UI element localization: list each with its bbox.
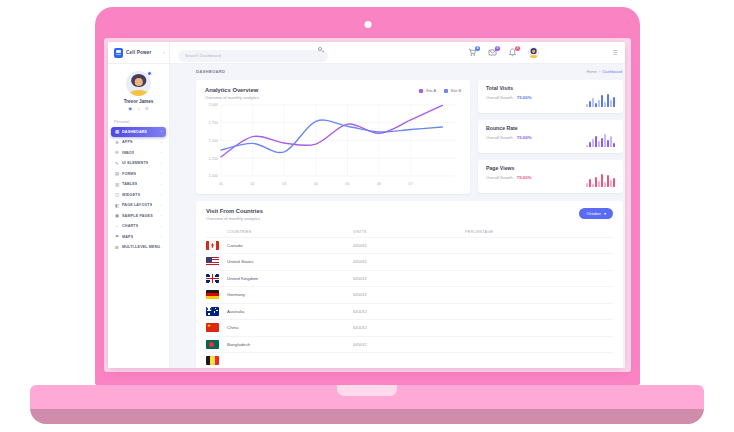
stats-column: Total Visits Overall Growth 75.00% [478, 80, 623, 194]
stat-title: Bounce Rate [486, 125, 615, 131]
sidebar-item-ui-elements[interactable]: ✎UI Elements› [111, 159, 166, 169]
menu-icon: ☰ [115, 245, 122, 250]
svg-text:2,000: 2,000 [208, 103, 218, 107]
visits-value: 645032 [353, 292, 465, 297]
svg-text:1,000: 1,000 [208, 174, 218, 178]
svg-text:05: 05 [345, 182, 349, 186]
visits-value: 645032 [353, 309, 465, 314]
chevron-right-icon: › [161, 140, 162, 145]
line-chart: 2,0001,7501,5001,2501,00001020304050607 [205, 102, 461, 188]
growth-value: 75.00% [517, 95, 532, 100]
svg-text:04: 04 [314, 182, 318, 186]
sidebar-item-widgets[interactable]: ◫Widgets› [111, 190, 166, 200]
sidebar-toggle-icon[interactable]: ‹ [163, 50, 165, 55]
analytics-overview-card: Analytics Overview Overview of monthly a… [196, 80, 470, 194]
mail-icon[interactable]: 0 [488, 48, 497, 57]
webcam-dot [364, 21, 371, 28]
table-row: Canada645032 [206, 237, 613, 254]
grid-icon: ▦ [115, 129, 122, 134]
countries-table: Countries Visits Percentage Canada645032… [206, 227, 613, 369]
profile-home-icon[interactable]: ⌂ [137, 106, 140, 111]
mini-bar-chart [586, 92, 615, 107]
mini-bar-chart [586, 132, 615, 147]
sidebar-item-tables[interactable]: ▥Tables› [111, 180, 166, 190]
flag-au-icon [206, 307, 219, 316]
profile-status-icon[interactable]: ◉ [128, 106, 132, 111]
period-dropdown-button[interactable]: October ▾ [579, 208, 613, 219]
map-pin-icon: ⚑ [115, 234, 122, 239]
profile-name: Trevor James [108, 99, 169, 104]
svg-text:07: 07 [409, 182, 413, 186]
svg-text:01: 01 [219, 182, 223, 186]
visits-value: 645032 [353, 325, 465, 330]
sidebar-item-maps[interactable]: ⚑Maps› [111, 232, 166, 242]
flag-us-icon [206, 257, 219, 266]
chevron-right-icon: › [161, 161, 162, 166]
svg-text:1,750: 1,750 [208, 121, 218, 125]
table-row: Australia645032 [206, 303, 613, 320]
breadcrumb: Dashboard Home › Dashboard [170, 64, 625, 79]
breadcrumb-current[interactable]: Dashboard [602, 69, 622, 74]
table-row: United States645032 [206, 253, 613, 270]
sidebar-item-apps[interactable]: ⚙Apps› [111, 138, 166, 148]
page-views-card: Page Views Overall Growth 75.00% [478, 160, 623, 193]
topbar: Cell Power ‹ 4 0 [108, 42, 625, 64]
hamburger-menu-icon[interactable]: ☰ [613, 50, 618, 56]
chevron-right-icon: › [161, 245, 162, 250]
sidebar-item-sample-pages[interactable]: ▣Sample Pages› [111, 211, 166, 221]
country-name: United Kingdom [227, 276, 258, 281]
legend-site-b[interactable]: Site B [444, 88, 461, 93]
page-title: Dashboard [196, 69, 225, 74]
layout-icon: ◧ [115, 203, 122, 208]
widget-icon: ◫ [115, 192, 122, 197]
dashboard-app: Cell Power ‹ 4 0 [108, 42, 625, 368]
sidebar-item-page-layouts[interactable]: ◧Page Layouts› [111, 201, 166, 211]
bell-icon[interactable]: 3 [508, 48, 517, 57]
mail-badge: 0 [495, 46, 500, 51]
search-icon[interactable] [318, 47, 322, 51]
legend-site-a[interactable]: Site A [419, 88, 436, 93]
flag-be-icon [206, 356, 219, 365]
sidebar-item-forms[interactable]: ▤Forms› [111, 169, 166, 179]
country-name: Germany [227, 292, 245, 297]
profile-settings-icon[interactable]: ⚙ [145, 106, 149, 111]
chevron-right-icon: › [161, 150, 162, 155]
brand-logo-icon [114, 48, 123, 58]
table-row [206, 352, 613, 368]
table-row: China645032 [206, 319, 613, 336]
country-name: China [227, 325, 238, 330]
chart-legend: Site A Site B [419, 88, 461, 93]
sidebar-item-dashboard[interactable]: ▦Dashboard› [111, 127, 166, 137]
cart-badge: 4 [475, 46, 480, 51]
visits-value: 645032 [353, 259, 465, 264]
visits-value: 645032 [353, 276, 465, 281]
chevron-right-icon: › [161, 213, 162, 218]
laptop-screen: Cell Power ‹ 4 0 [104, 38, 631, 372]
online-status-dot [147, 71, 152, 76]
table-body: Canada645032United States645032United Ki… [206, 237, 613, 369]
topbar-icons: 4 0 3 [468, 47, 539, 58]
col-percentage: Percentage [465, 230, 613, 234]
svg-text:1,500: 1,500 [208, 138, 218, 142]
search-input[interactable] [178, 50, 328, 62]
col-visits: Visits [353, 230, 465, 234]
chevron-down-icon: ▾ [604, 211, 606, 216]
growth-label: Overall Growth [486, 135, 513, 140]
gear-icon: ⚙ [115, 140, 122, 145]
chevron-right-icon: › [161, 234, 162, 239]
topbar-avatar[interactable] [528, 47, 539, 58]
chart-subtitle: Overview of monthly analytics [205, 95, 461, 100]
sidebar-item-charts[interactable]: ◔Charts› [111, 222, 166, 232]
chevron-right-icon: › [161, 182, 162, 187]
sidebar-item-inbox[interactable]: ✉Inbox› [111, 148, 166, 158]
country-name: Australia [227, 309, 244, 314]
pages-icon: ▣ [115, 213, 122, 218]
table-row: United Kingdom645032 [206, 270, 613, 287]
breadcrumb-home-link[interactable]: Home [586, 69, 597, 74]
svg-text:02: 02 [251, 182, 255, 186]
growth-value: 75.00% [517, 135, 532, 140]
countries-title: Visit From Countries [206, 208, 263, 214]
cart-icon[interactable]: 4 [468, 48, 477, 57]
sidebar-item-multi-level-menu[interactable]: ☰Multi-level Menu› [111, 243, 166, 253]
flag-de-icon [206, 290, 219, 299]
